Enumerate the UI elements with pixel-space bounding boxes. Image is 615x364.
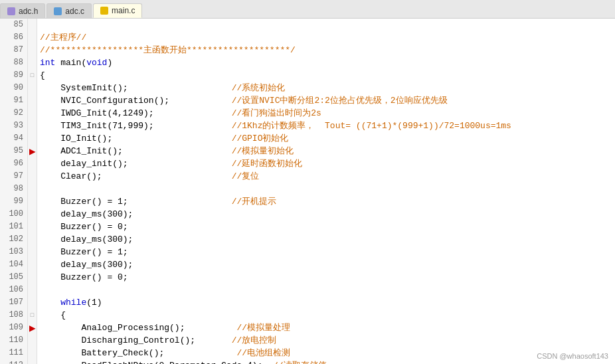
table-row: 90 SystemInit(); //系统初始化 — [0, 82, 615, 94]
code-text: SystemInit(); //系统初始化 — [37, 82, 615, 94]
table-row: 111 Battery_Check(); //电池组检测 — [0, 347, 615, 359]
code-text: TIM3_Init(71,999); //1Khz的计数频率， Tout= ((… — [37, 120, 615, 132]
table-row: 86//主程序// — [0, 31, 615, 44]
code-text: Battery_Check(); //电池组检测 — [37, 347, 615, 359]
table-row: 100 delay_ms(300); — [0, 208, 615, 221]
line-number: 97 — [0, 170, 28, 183]
table-row: 108□ { — [0, 309, 615, 321]
tab-label-adc-h: adc.h — [19, 7, 38, 16]
code-text: { — [37, 69, 615, 82]
fold-button — [28, 321, 37, 334]
line-number: 100 — [0, 208, 28, 221]
tab-icon-adc-c — [54, 7, 62, 15]
tab-icon-adc-h — [7, 7, 15, 15]
tab-adc-h[interactable]: adc.h — [0, 3, 45, 18]
code-text — [37, 183, 615, 195]
code-text: while(1) — [37, 296, 615, 309]
code-text: delay_ms(300); — [37, 208, 615, 221]
line-number: 101 — [0, 221, 28, 233]
code-area: 8586//主程序//87//******************主函数开始**… — [0, 19, 615, 364]
line-number: 111 — [0, 347, 28, 359]
fold-button[interactable]: □ — [28, 69, 37, 82]
tab-label-adc-c: adc.c — [65, 7, 84, 16]
table-row: 94 IO_Init(); //GPIO初始化 — [0, 132, 615, 145]
line-number: 105 — [0, 271, 28, 284]
code-text: ADC1_Init(); //模拟量初始化 — [37, 145, 615, 157]
code-text: delay_ms(300); — [37, 233, 615, 246]
editor-container: adc.h adc.c main.c 8586//主程序//87//******… — [0, 0, 615, 364]
line-number: 89 — [0, 69, 28, 82]
fold-button — [28, 271, 37, 284]
fold-button — [28, 296, 37, 309]
table-row: 98 — [0, 183, 615, 195]
code-text: //******************主函数开始***************… — [37, 44, 615, 56]
table-row: 99 Buzzer() = 1; //开机提示 — [0, 195, 615, 208]
line-number: 86 — [0, 31, 28, 44]
table-row: 104 delay_ms(300); — [0, 258, 615, 271]
fold-button — [28, 94, 37, 107]
fold-button — [28, 107, 37, 120]
code-text: NVIC_Configuration(); //设置NVIC中断分组2:2位抢占… — [37, 94, 615, 107]
table-row: 103 Buzzer() = 1; — [0, 246, 615, 258]
line-number: 107 — [0, 296, 28, 309]
table-row: 102 delay_ms(300); — [0, 233, 615, 246]
line-number: 112 — [0, 359, 28, 364]
line-number: 108 — [0, 309, 28, 321]
fold-button — [28, 359, 37, 364]
code-text: Buzzer() = 1; — [37, 246, 615, 258]
code-text: delay_ms(300); — [37, 258, 615, 271]
tab-label-main-c: main.c — [112, 6, 135, 15]
tab-bar: adc.h adc.c main.c — [0, 0, 615, 19]
line-number: 90 — [0, 82, 28, 94]
line-number: 94 — [0, 132, 28, 145]
table-row: ▶109 Analog_Processing(); //模拟量处理 — [0, 321, 615, 334]
fold-button — [28, 246, 37, 258]
fold-button — [28, 347, 37, 359]
table-row: 107 while(1) — [0, 296, 615, 309]
code-text: Buzzer() = 0; — [37, 271, 615, 284]
line-number: 85 — [0, 19, 28, 31]
fold-button — [28, 44, 37, 56]
table-row: 112 ReadFlashNBtye(0,Parameter_Code,4); … — [0, 359, 615, 364]
fold-button[interactable]: □ — [28, 309, 37, 321]
fold-button — [28, 284, 37, 296]
fold-button — [28, 183, 37, 195]
code-text: //主程序// — [37, 31, 615, 44]
code-text: { — [37, 309, 615, 321]
line-number: 87 — [0, 44, 28, 56]
line-number: 102 — [0, 233, 28, 246]
fold-button — [28, 170, 37, 183]
line-number: 93 — [0, 120, 28, 132]
tab-adc-c[interactable]: adc.c — [46, 3, 92, 18]
table-row: 110 Discharging_Control(); //放电控制 — [0, 334, 615, 347]
table-row: 85 — [0, 19, 615, 31]
fold-button — [28, 19, 37, 31]
line-number: 88 — [0, 56, 28, 69]
code-text: IWDG_Init(4,1249); //看门狗溢出时间为2s — [37, 107, 615, 120]
table-row: 87//******************主函数开始*************… — [0, 44, 615, 56]
line-number: 98 — [0, 183, 28, 195]
code-text: IO_Init(); //GPIO初始化 — [37, 132, 615, 145]
table-row: 91 NVIC_Configuration(); //设置NVIC中断分组2:2… — [0, 94, 615, 107]
code-text: Discharging_Control(); //放电控制 — [37, 334, 615, 347]
line-number: 109 — [0, 321, 28, 334]
fold-button — [28, 233, 37, 246]
watermark: CSDN @whaosoft143 — [537, 352, 608, 360]
fold-button — [28, 120, 37, 132]
table-row: 105 Buzzer() = 0; — [0, 271, 615, 284]
table-row: 106 — [0, 284, 615, 296]
fold-button — [28, 258, 37, 271]
code-text: int main(void) — [37, 56, 615, 69]
code-text: Buzzer() = 1; //开机提示 — [37, 195, 615, 208]
fold-button — [28, 208, 37, 221]
fold-button — [28, 145, 37, 157]
table-row: 92 IWDG_Init(4,1249); //看门狗溢出时间为2s — [0, 107, 615, 120]
tab-main-c[interactable]: main.c — [93, 3, 142, 18]
line-number: 99 — [0, 195, 28, 208]
line-number: 104 — [0, 258, 28, 271]
code-text: ReadFlashNBtye(0,Parameter_Code,4); //读取… — [37, 359, 615, 364]
code-text: Clear(); //复位 — [37, 170, 615, 183]
table-row: 96 delay_init(); //延时函数初始化 — [0, 157, 615, 170]
table-row: 97 Clear(); //复位 — [0, 170, 615, 183]
fold-button — [28, 334, 37, 347]
